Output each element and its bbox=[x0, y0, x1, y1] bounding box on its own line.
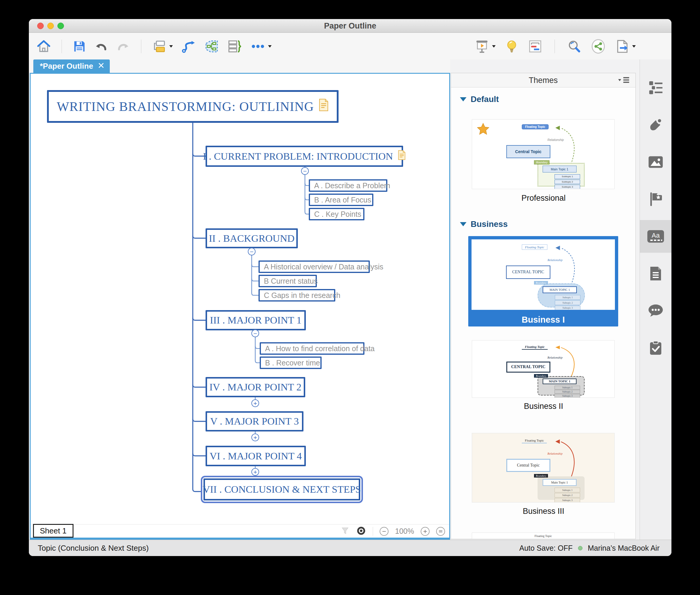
central-topic-label: WRITING BRAINSTORMING: OUTLINING bbox=[57, 99, 314, 114]
more-dropdown-caret-icon[interactable] bbox=[268, 45, 272, 48]
preview-subtopic-1: Subtopic 1 bbox=[555, 174, 580, 179]
toolbar bbox=[29, 33, 671, 59]
theme-name-business-1: Business I bbox=[468, 315, 618, 325]
preview-central-topic: Central Topic bbox=[506, 362, 550, 372]
home-button[interactable] bbox=[36, 39, 51, 54]
subtopic-1b[interactable]: B . Area of Focus bbox=[309, 194, 373, 206]
topic-1[interactable]: I . CURRENT PROBLEM: INTRODUCTION bbox=[206, 146, 403, 167]
theme-card-business-2[interactable]: Floating Topic Relationship Central Topi… bbox=[472, 340, 615, 398]
sheet-bar: Sheet 1 − 100% + = bbox=[31, 524, 449, 538]
sidebar-item-style[interactable] bbox=[640, 109, 671, 141]
more-tools-button[interactable] bbox=[250, 39, 272, 54]
export-button[interactable] bbox=[615, 39, 636, 54]
note-icon[interactable] bbox=[398, 150, 406, 162]
redo-button[interactable] bbox=[116, 39, 130, 54]
section-business[interactable]: Business bbox=[460, 220, 508, 229]
sidebar-item-markers[interactable] bbox=[640, 183, 671, 216]
subtopic-3a[interactable]: A . How to find correlation of data bbox=[260, 342, 365, 355]
sidebar-item-notes[interactable] bbox=[640, 257, 671, 290]
pointer-eye-icon[interactable] bbox=[356, 526, 366, 537]
search-button[interactable] bbox=[567, 39, 582, 54]
preview-main-topic: Main Topic 1 bbox=[543, 166, 577, 172]
zoom-in-button[interactable]: + bbox=[421, 527, 430, 536]
expand-button-topic-6[interactable]: + bbox=[251, 468, 259, 476]
expand-button-topic-5[interactable]: + bbox=[251, 433, 259, 441]
theme-card-business-3[interactable]: Floating Topic Relationship Central Topi… bbox=[472, 433, 615, 503]
topic-6[interactable]: VI . MAJOR POINT 4 bbox=[206, 446, 306, 466]
preview-subtopic-3: Subtopic 3 bbox=[555, 306, 581, 310]
sidebar-item-comments[interactable] bbox=[640, 294, 671, 327]
subtopic-1a[interactable]: A . Describe a Problem bbox=[309, 179, 387, 192]
ideas-button[interactable] bbox=[505, 39, 519, 54]
theme-card-professional[interactable]: Floating Topic Relationship Central Topi… bbox=[472, 119, 615, 189]
preview-subtopic-2: Subtopic 2 bbox=[555, 390, 580, 394]
collapse-button-topic-3[interactable]: − bbox=[251, 330, 259, 337]
relationship-button[interactable] bbox=[181, 39, 196, 54]
mindmap-canvas[interactable]: WRITING BRAINSTORMING: OUTLINING I . CUR… bbox=[31, 74, 449, 524]
undo-button[interactable] bbox=[94, 39, 108, 54]
share-button[interactable] bbox=[591, 39, 606, 54]
save-icon bbox=[73, 39, 86, 53]
topic-5[interactable]: V . MAJOR POINT 3 bbox=[206, 411, 303, 431]
tab-close-icon[interactable] bbox=[98, 61, 104, 71]
expand-button-topic-4[interactable]: + bbox=[251, 399, 259, 407]
toolbar-separator bbox=[141, 39, 141, 53]
preview-subtopic-3: Subtopic 3 bbox=[555, 394, 580, 398]
preview-main-topic: Main Topic 1 bbox=[543, 286, 577, 293]
undo-icon bbox=[94, 39, 108, 54]
autosave-status[interactable]: Auto Save: OFF bbox=[519, 544, 572, 552]
central-topic[interactable]: WRITING BRAINSTORMING: OUTLINING bbox=[47, 90, 339, 123]
topic-7-selection-ring[interactable]: VII . CONCLUSION & NEXT STEPS bbox=[201, 476, 363, 503]
themes-text-icon: Aa bbox=[647, 230, 665, 243]
titlebar: Paper Outline bbox=[29, 19, 671, 33]
preview-subtopic-1: Subtopic 1 bbox=[555, 295, 581, 300]
topic-dropdown-caret-icon[interactable] bbox=[169, 45, 173, 48]
toolbar-separator bbox=[61, 39, 62, 53]
sidebar-item-themes[interactable]: Aa bbox=[640, 220, 671, 253]
note-icon[interactable] bbox=[319, 99, 329, 114]
collapse-button-topic-2[interactable]: − bbox=[248, 248, 255, 255]
boundary-button[interactable] bbox=[204, 39, 219, 54]
presentation-dropdown-caret-icon[interactable] bbox=[492, 45, 495, 48]
new-topic-button[interactable] bbox=[152, 39, 173, 54]
preview-relationship-label: Relationship bbox=[547, 138, 564, 142]
collapse-button-topic-1[interactable]: − bbox=[301, 167, 309, 175]
subtopic-2a[interactable]: A Historical overview / Data analysis bbox=[259, 260, 370, 273]
document-tab[interactable]: *Paper Outline bbox=[33, 59, 110, 73]
preview-central-topic: Central Topic bbox=[506, 459, 550, 472]
fit-map-button[interactable]: = bbox=[436, 527, 445, 536]
zoom-out-button[interactable]: − bbox=[380, 527, 388, 536]
sidebar-item-image[interactable] bbox=[640, 146, 671, 178]
timeline-button[interactable] bbox=[528, 39, 543, 54]
favorite-star-icon bbox=[476, 122, 490, 137]
redo-icon bbox=[116, 39, 130, 54]
topic-3[interactable]: III . MAJOR POINT 1 bbox=[206, 310, 306, 330]
topic-4[interactable]: IV . MAJOR POINT 2 bbox=[206, 377, 305, 397]
theme-card-business-1[interactable]: Floating Topic Relationship Central Topi… bbox=[468, 236, 618, 327]
topic-2[interactable]: II . BACKGROUND bbox=[206, 228, 298, 248]
subtopic-3b[interactable]: B . Recover time bbox=[260, 357, 322, 369]
topic-7[interactable]: VII . CONCLUSION & NEXT STEPS bbox=[204, 478, 360, 501]
sheet-tab[interactable]: Sheet 1 bbox=[33, 524, 74, 538]
themes-menu-button[interactable] bbox=[618, 76, 630, 84]
export-dropdown-caret-icon[interactable] bbox=[632, 45, 636, 48]
preview-subtopic-1: Subtopic 1 bbox=[555, 488, 580, 492]
preview-relationship-label: Relationship bbox=[547, 356, 563, 359]
sidebar-item-outline-format[interactable] bbox=[640, 72, 671, 104]
presentation-button[interactable] bbox=[474, 39, 495, 54]
hamburger-icon bbox=[622, 76, 630, 84]
subtopic-1c[interactable]: C . Key Points bbox=[309, 208, 365, 220]
subtopic-2c[interactable]: C Gaps in the research bbox=[259, 289, 335, 302]
themes-panel-title: Themes bbox=[451, 73, 636, 87]
save-button[interactable] bbox=[73, 39, 86, 53]
summary-button[interactable] bbox=[227, 39, 242, 54]
preview-subtopic-2: Subtopic 2 bbox=[555, 179, 580, 185]
subtopic-2b[interactable]: B Current status bbox=[259, 275, 317, 287]
export-icon bbox=[615, 39, 630, 54]
filter-icon[interactable] bbox=[341, 526, 350, 536]
topic-2-label: II . BACKGROUND bbox=[209, 233, 295, 244]
sidebar-item-tasks[interactable] bbox=[640, 332, 671, 364]
section-default[interactable]: Default bbox=[460, 94, 499, 104]
tab-bar: *Paper Outline bbox=[30, 59, 450, 73]
theme-card-partial[interactable]: Floating Topic bbox=[472, 533, 615, 539]
